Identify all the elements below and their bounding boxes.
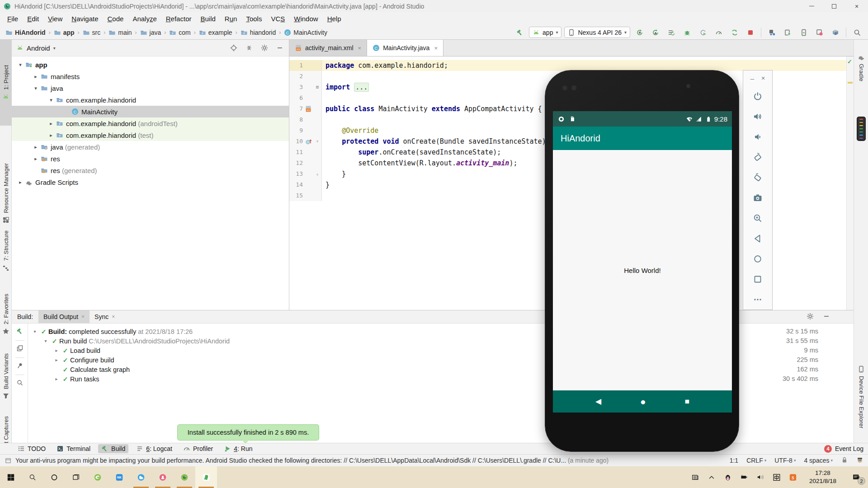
status-widget-crlf[interactable]: CRLF▾ <box>746 457 766 464</box>
breadcrumb-com[interactable]: com <box>168 28 191 37</box>
build-tab-sync[interactable]: Sync× <box>90 310 120 323</box>
toolwindow-build[interactable]: Build <box>98 444 128 453</box>
tree-item-gradle-scripts[interactable]: ▸Gradle Scripts <box>12 176 289 188</box>
nav-overview-icon[interactable]: ■ <box>685 397 689 406</box>
fold-marker[interactable]: ▿ <box>314 136 321 147</box>
menu-analyze[interactable]: Analyze <box>128 14 161 24</box>
tree-open-icon[interactable]: ▾ <box>31 329 39 334</box>
breadcrumb-main[interactable]: main <box>108 28 132 37</box>
target-device-select[interactable]: Nexus 4 API 26▾ <box>564 27 630 38</box>
sidebar-item-gradle[interactable]: Gradle <box>854 42 868 92</box>
tree-item-com-example-hiandorid[interactable]: ▾com.example.hiandorid <box>12 94 289 106</box>
taskbar-clock[interactable]: 17:282021/8/18 <box>801 466 844 488</box>
editor-tab-activity-main-xml[interactable]: <>activity_main.xml× <box>289 40 367 56</box>
editor-scrollbar[interactable]: ✓ <box>846 56 854 310</box>
sdk-manager-button[interactable] <box>829 27 842 38</box>
gutter[interactable]: 9 <box>289 125 322 136</box>
menu-help[interactable]: Help <box>323 14 346 24</box>
sidebar-item-device-file-explorer[interactable]: Device File Explorer <box>854 355 868 439</box>
toolwindow-todo[interactable]: TODO <box>14 444 49 453</box>
gutter[interactable]: 11 <box>289 147 322 158</box>
menu-navigate[interactable]: Navigate <box>67 14 103 24</box>
emulator-zoom-button[interactable] <box>743 208 772 228</box>
gutter[interactable]: 10▿ <box>289 136 322 147</box>
locate-button[interactable] <box>229 42 238 54</box>
taskbar-pink-app-button[interactable] <box>152 466 174 488</box>
tray-chevron-up-button[interactable] <box>703 466 720 488</box>
phone-screen[interactable]: 9:28 HiAndorid Hello World! ◀ ● ■ <box>553 111 732 413</box>
taskbar-task-view-button[interactable] <box>65 466 87 488</box>
tree-closed-icon[interactable]: ▸ <box>46 121 56 127</box>
emulator-power-button[interactable] <box>743 86 772 106</box>
taskbar-qq-browser-button[interactable] <box>130 466 152 488</box>
emulator-screenshot-button[interactable] <box>743 188 772 208</box>
menu-view[interactable]: View <box>43 14 67 24</box>
attach-debugger-button[interactable] <box>696 27 709 38</box>
window-minimize-button[interactable] <box>800 0 823 12</box>
sidebar-item-7-structure[interactable]: 7: Structure <box>0 221 12 282</box>
gutter[interactable]: 1 <box>289 60 322 71</box>
tree-item-java[interactable]: ▸java (generated) <box>12 141 289 153</box>
collapse-all-button[interactable] <box>245 42 254 54</box>
menu-refactor[interactable]: Refactor <box>161 14 196 24</box>
breadcrumb-java[interactable]: java <box>139 28 162 37</box>
pin-button[interactable] <box>16 362 24 371</box>
editor-tab-mainactivity-java[interactable]: CMainActivity.java× <box>367 40 443 56</box>
project-structure-button[interactable] <box>765 27 778 38</box>
emulator-tool-button[interactable] <box>857 117 866 141</box>
run-configuration-select[interactable]: app▾ <box>529 27 561 38</box>
gutter[interactable]: 15 <box>289 190 322 201</box>
gutter[interactable]: 2 <box>289 71 322 82</box>
emulator-rotate-right-button[interactable] <box>743 167 772 188</box>
taskbar-win-search-button[interactable] <box>22 466 43 488</box>
avd-manager-button[interactable] <box>797 27 810 38</box>
code-line-1[interactable]: 1package com.example.hiandorid; <box>289 60 846 71</box>
nav-home-icon[interactable]: ● <box>640 396 646 407</box>
emulator-close-button[interactable]: × <box>761 75 765 82</box>
breadcrumb-hiandorid[interactable]: HiAndorid <box>5 28 47 37</box>
notification-center-button[interactable]: 2 <box>844 466 868 488</box>
window-maximize-button[interactable] <box>823 0 845 12</box>
menu-file[interactable]: File <box>3 14 23 24</box>
stop-button[interactable] <box>744 27 757 38</box>
tray-qq-button[interactable] <box>720 466 736 488</box>
tray-ime-zh-button[interactable] <box>769 466 785 488</box>
gutter[interactable]: 13▵ <box>289 169 322 179</box>
tree-closed-icon[interactable]: ▸ <box>15 179 25 185</box>
emulator-volume-down-button[interactable] <box>743 127 772 147</box>
taskbar-cortana-button[interactable] <box>43 466 65 488</box>
status-widget-4-spaces[interactable]: 4 spaces▾ <box>804 457 833 464</box>
emulator-window[interactable]: 9:28 HiAndorid Hello World! ◀ ● ■ <box>545 70 739 452</box>
menu-vcs[interactable]: VCS <box>266 14 289 24</box>
toolwindow-terminal[interactable]: Terminal <box>53 444 94 453</box>
hector-button[interactable] <box>856 456 863 465</box>
nav-back-icon[interactable]: ◀ <box>595 397 601 406</box>
status-widget-1-1[interactable]: 1:1 <box>730 457 738 464</box>
emulator-more-button[interactable] <box>743 289 772 310</box>
tray-battery-button[interactable] <box>736 466 752 488</box>
emulator-rotate-left-button[interactable] <box>743 147 772 167</box>
tree-item-app[interactable]: ▾app <box>12 59 289 70</box>
emulator-overview-button[interactable] <box>743 269 772 289</box>
find-button[interactable] <box>16 379 24 388</box>
breadcrumb-mainactivity[interactable]: CMainActivity <box>283 28 328 37</box>
close-icon[interactable]: × <box>434 45 438 52</box>
breadcrumb-app[interactable]: app <box>53 28 75 37</box>
tree-open-icon[interactable]: ▾ <box>31 85 41 91</box>
settings-button[interactable] <box>260 42 269 54</box>
tree-open-icon[interactable]: ▾ <box>42 338 50 343</box>
gutter[interactable]: 8 <box>289 114 322 125</box>
menu-window[interactable]: Window <box>289 14 322 24</box>
close-icon[interactable]: × <box>358 45 362 52</box>
tree-item-mainactivity[interactable]: CMainActivity <box>12 106 289 117</box>
taskbar-android-studio-app-button[interactable] <box>174 466 195 488</box>
tray-news-button[interactable] <box>687 466 703 488</box>
lock-button[interactable] <box>841 456 848 465</box>
tree-closed-icon[interactable]: ▸ <box>52 348 61 353</box>
close-icon[interactable]: × <box>81 314 85 320</box>
close-icon[interactable]: × <box>112 314 115 320</box>
toolwindow-6-logcat[interactable]: 6: Logcat <box>133 444 175 453</box>
tree-item-java[interactable]: ▾java <box>12 82 289 94</box>
build-tab-build-output[interactable]: Build Output× <box>38 310 90 323</box>
menu-edit[interactable]: Edit <box>23 14 43 24</box>
